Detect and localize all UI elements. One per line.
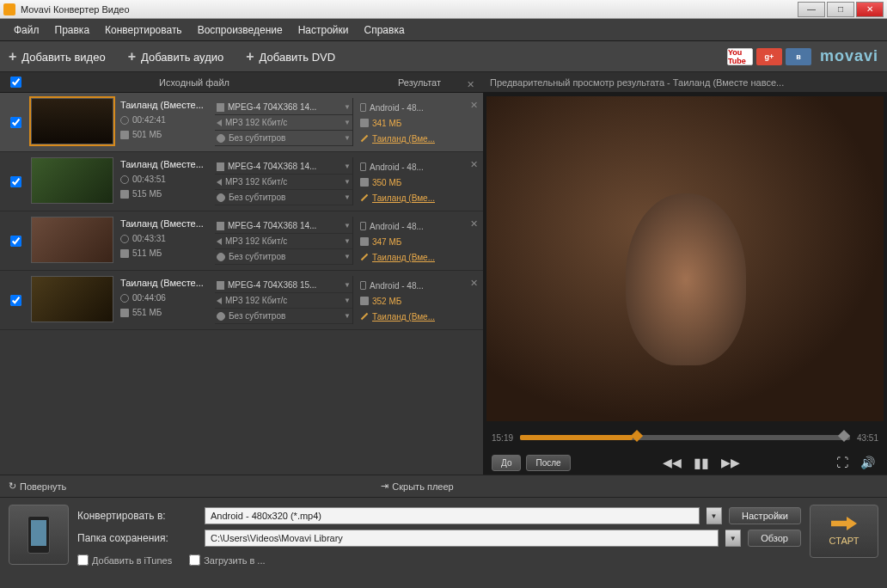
menu-help[interactable]: Справка	[358, 21, 412, 40]
film-icon	[217, 222, 224, 230]
start-label: СТАРТ	[829, 536, 859, 546]
item-target[interactable]: Android - 48...	[360, 100, 483, 115]
add-dvd-button[interactable]: Добавить DVD	[246, 49, 335, 64]
convert-to-field[interactable]: Android - 480x320 (*.mp4)	[205, 507, 700, 524]
speaker-icon	[217, 297, 222, 304]
item-out-size: 350 МБ	[360, 175, 483, 190]
clock-icon	[120, 175, 129, 184]
item-name: Таиланд (Вместе...	[120, 278, 215, 288]
youtube-icon[interactable]: You Tube	[727, 48, 753, 65]
item-format[interactable]: MPEG-4 704X368 14...▼	[215, 100, 352, 115]
maximize-button[interactable]: □	[827, 2, 854, 17]
forward-icon[interactable]: ▶▶	[718, 456, 743, 469]
item-format[interactable]: MPEG-4 704X368 14...▼	[215, 159, 352, 175]
browse-button[interactable]: Обзор	[748, 530, 801, 547]
remove-output-icon[interactable]: ✕	[470, 159, 478, 170]
convert-to-dropdown-icon[interactable]: ▼	[707, 507, 722, 524]
upload-to-checkbox[interactable]: Загрузить в ...	[189, 554, 265, 566]
minimize-button[interactable]: —	[798, 2, 825, 17]
item-subtitles[interactable]: Без субтитров▼	[215, 309, 352, 324]
pencil-icon	[361, 254, 368, 260]
item-checkbox[interactable]	[10, 295, 21, 306]
menu-settings[interactable]: Настройки	[291, 21, 356, 40]
hide-player-button[interactable]: ⇥Скрыть плеер	[381, 481, 453, 492]
file-list: Таиланд (Вместе... 00:42:41 501 МБ MPEG-…	[0, 93, 483, 475]
chevron-down-icon: ▼	[344, 312, 351, 320]
item-subtitles[interactable]: Без субтитров▼	[215, 190, 352, 205]
item-checkbox[interactable]	[10, 117, 21, 128]
chevron-down-icon: ▼	[344, 134, 351, 142]
remove-output-icon[interactable]: ✕	[470, 278, 478, 289]
list-item[interactable]: Таиланд (Вместе... 00:42:41 501 МБ MPEG-…	[0, 93, 483, 152]
item-thumbnail[interactable]	[31, 98, 113, 144]
item-audio[interactable]: MP3 192 Кбит/с▼	[215, 293, 352, 309]
item-target[interactable]: Android - 48...	[360, 278, 483, 293]
item-format[interactable]: MPEG-4 704X368 14...▼	[215, 218, 352, 234]
preview-video[interactable]	[486, 96, 884, 421]
add-video-button[interactable]: Добавить видео	[9, 49, 106, 64]
item-audio[interactable]: MP3 192 Кбит/с▼	[215, 175, 352, 190]
close-button[interactable]: ✕	[856, 2, 884, 17]
header-source: Исходный файл	[31, 77, 358, 88]
menu-convert[interactable]: Конвертировать	[98, 21, 189, 40]
chevron-down-icon: ▼	[344, 178, 351, 186]
item-thumbnail[interactable]	[31, 276, 113, 322]
phone-icon	[360, 103, 366, 112]
list-item[interactable]: Таиланд (Вместе... 00:43:51 515 МБ MPEG-…	[0, 152, 483, 211]
disk-icon	[360, 178, 369, 187]
item-size: 551 МБ	[120, 308, 215, 317]
remove-output-icon[interactable]: ✕	[470, 218, 478, 230]
item-target[interactable]: Android - 48...	[360, 218, 483, 234]
volume-icon[interactable]: 🔊	[857, 456, 878, 469]
chevron-down-icon: ▼	[344, 193, 351, 201]
clock-icon	[120, 235, 129, 243]
list-item[interactable]: Таиланд (Вместе... 00:43:31 511 МБ MPEG-…	[0, 211, 483, 271]
close-result-icon[interactable]: ✕	[467, 79, 474, 90]
item-out-name[interactable]: Таиланд (Вме...	[360, 249, 483, 265]
item-subtitles[interactable]: Без субтитров▼	[215, 249, 352, 265]
item-out-name[interactable]: Таиланд (Вме...	[360, 309, 483, 324]
pause-icon[interactable]: ▮▮	[690, 455, 713, 471]
item-thumbnail[interactable]	[31, 157, 113, 204]
settings-button[interactable]: Настройки	[729, 507, 801, 524]
item-size: 501 МБ	[120, 130, 215, 139]
menu-playback[interactable]: Воспроизведение	[191, 21, 290, 40]
timeline-slider[interactable]	[520, 435, 850, 440]
list-item[interactable]: Таиланд (Вместе... 00:44:06 551 МБ MPEG-…	[0, 271, 483, 330]
subtitle-icon	[217, 134, 225, 143]
item-thumbnail[interactable]	[31, 217, 113, 263]
add-itunes-checkbox[interactable]: Добавить в iTunes	[77, 554, 172, 566]
before-button[interactable]: До	[492, 455, 521, 471]
fullscreen-icon[interactable]: ⛶	[833, 456, 852, 469]
add-audio-button[interactable]: Добавить аудио	[128, 49, 224, 64]
menu-file[interactable]: Файл	[7, 21, 46, 40]
item-format[interactable]: MPEG-4 704X368 15...▼	[215, 278, 352, 293]
item-target[interactable]: Android - 48...	[360, 159, 483, 175]
item-out-name[interactable]: Таиланд (Вме...	[360, 190, 483, 205]
item-size: 515 МБ	[120, 189, 215, 199]
save-folder-dropdown-icon[interactable]: ▼	[725, 530, 741, 547]
item-checkbox[interactable]	[10, 236, 21, 247]
remove-output-icon[interactable]: ✕	[470, 100, 478, 111]
item-audio[interactable]: MP3 192 Кбит/с▼	[215, 234, 352, 249]
columns-header: Исходный файл Результат✕ Предварительный…	[0, 72, 887, 93]
rotate-button[interactable]: ↻Повернуть	[9, 481, 66, 492]
item-duration: 00:43:31	[120, 234, 215, 243]
vk-icon[interactable]: в	[786, 48, 811, 65]
select-all-checkbox[interactable]	[10, 77, 21, 88]
item-out-name[interactable]: Таиланд (Вме...	[360, 131, 483, 146]
phone-icon	[360, 281, 366, 290]
save-folder-field[interactable]: C:\Users\Videos\Movavi Library	[205, 530, 719, 547]
item-audio[interactable]: MP3 192 Кбит/с▼	[215, 115, 352, 131]
toolbar: Добавить видео Добавить аудио Добавить D…	[0, 41, 887, 72]
chevron-down-icon: ▼	[344, 281, 351, 289]
start-button[interactable]: СТАРТ	[810, 505, 878, 558]
item-subtitles[interactable]: Без субтитров▼	[215, 131, 352, 146]
after-button[interactable]: После	[526, 455, 570, 471]
menu-edit[interactable]: Правка	[48, 21, 97, 40]
googleplus-icon[interactable]: g+	[756, 48, 782, 65]
rewind-icon[interactable]: ◀◀	[659, 456, 685, 469]
item-checkbox[interactable]	[10, 176, 21, 187]
speaker-icon	[217, 119, 222, 126]
chevron-down-icon: ▼	[344, 237, 351, 245]
